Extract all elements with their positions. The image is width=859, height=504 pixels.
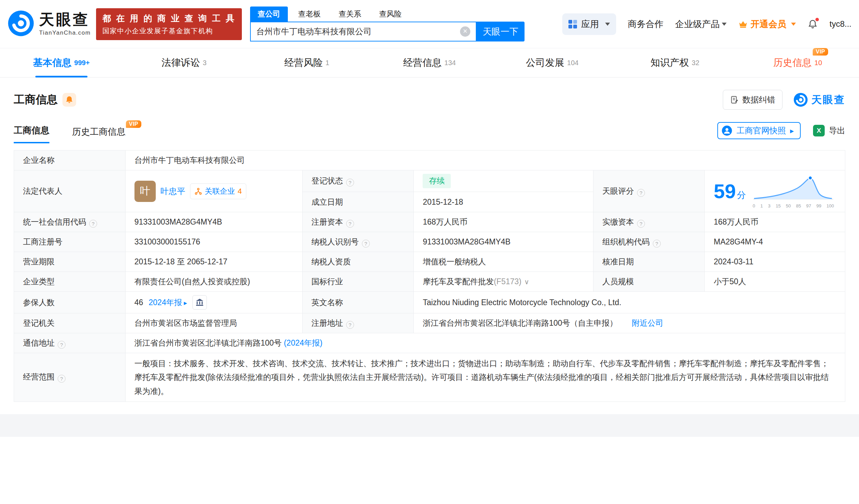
legal-rep-label: 法定代表人 [14, 170, 126, 212]
reg-status-label: 登记状态 [302, 170, 414, 192]
crown-icon [738, 19, 748, 29]
data-correction-button[interactable]: 数据纠错 [723, 90, 782, 110]
help-icon[interactable] [653, 240, 661, 248]
user-account[interactable]: tyc8... [829, 19, 851, 29]
approval-date-label: 核准日期 [593, 252, 705, 272]
row-legal-rep: 法定代表人 叶 叶忠平 关联企业 4 登记状态 存续 天眼评分 [14, 170, 845, 192]
apps-menu-button[interactable]: 应用 [562, 13, 616, 35]
person-circle-icon [721, 125, 732, 136]
business-scope-label: 经营范围 [14, 353, 126, 402]
row-business-term: 营业期限 2015-12-18 至 2065-12-17 纳税人资质 增值税一般… [14, 252, 845, 272]
tab-business-info[interactable]: 经营信息 134 [368, 48, 491, 77]
tab-legal-litigation[interactable]: 法律诉讼 3 [123, 48, 246, 77]
tab-company-development-count: 104 [567, 59, 578, 67]
tab-company-development-label: 公司发展 [526, 56, 564, 69]
search-tabs: 查公司 查老板 查关系 查风险 [250, 7, 525, 22]
reg-number-value: 331003000155176 [125, 232, 302, 252]
clear-search-icon[interactable] [460, 26, 470, 37]
status-badge: 存续 [423, 174, 451, 188]
mail-address-value: 浙江省台州市黄岩区北洋镇北洋南路100号 (2024年报) [125, 333, 845, 353]
legal-rep-link[interactable]: 叶忠平 [161, 186, 185, 197]
legal-rep-cell: 叶 叶忠平 关联企业 4 [125, 170, 302, 212]
help-icon[interactable] [346, 179, 354, 187]
help-icon[interactable] [637, 189, 645, 197]
search-tab-relation[interactable]: 查关系 [331, 7, 369, 22]
company-name-value: 台州市牛丁电动车科技有限公司 [125, 151, 845, 170]
tab-basic-info[interactable]: 基本信息 999+ [0, 48, 123, 77]
reg-status-value: 存续 [414, 170, 593, 192]
tab-basic-info-label: 基本信息 [33, 56, 71, 69]
tab-history-info[interactable]: 历史信息 10 VIP [736, 48, 859, 77]
chevron-down-icon [791, 23, 796, 26]
search-tab-company[interactable]: 查公司 [250, 7, 288, 22]
related-companies-button[interactable]: 关联企业 4 [190, 183, 246, 199]
search-tab-risk[interactable]: 查风险 [372, 7, 409, 22]
taxpayer-quality-label: 纳税人资质 [302, 252, 414, 272]
legal-rep-avatar[interactable]: 叶 [134, 181, 156, 202]
nearby-companies-link[interactable]: 附近公司 [632, 319, 663, 327]
tianyancha-watermark-icon [793, 93, 808, 107]
network-icon [195, 188, 202, 195]
nav-business-cooperation[interactable]: 商务合作 [628, 18, 663, 30]
help-icon[interactable] [58, 375, 66, 383]
help-icon[interactable] [637, 220, 645, 228]
reg-capital-value: 168万人民币 [414, 212, 593, 232]
search-input[interactable] [256, 27, 460, 36]
export-label: 导出 [829, 125, 845, 136]
row-insured: 参保人数 46 2024年报 英文名称 Taizhou Niuding Elec… [14, 292, 845, 313]
tab-intellectual-property-count: 32 [692, 59, 699, 67]
help-icon[interactable] [89, 220, 97, 228]
section-header: 工商信息 数据纠错 天眼查 [14, 90, 845, 110]
export-button[interactable]: 导出 [813, 125, 845, 136]
help-icon[interactable] [346, 321, 354, 329]
business-term-label: 营业期限 [14, 252, 126, 272]
mail-annual-report-link[interactable]: (2024年报) [284, 338, 322, 347]
tab-operational-risk[interactable]: 经营风险 1 [245, 48, 368, 77]
promo-line1: 都 在 用 的 商 业 查 询 工 具 [102, 13, 236, 24]
search-row: 天眼一下 [250, 22, 525, 41]
tab-intellectual-property[interactable]: 知识产权 32 [614, 48, 737, 77]
annual-report-link[interactable]: 2024年报 [149, 297, 187, 308]
taxpayer-quality-value: 增值税一般纳税人 [414, 252, 593, 272]
nav-open-vip[interactable]: 开通会员 [738, 18, 796, 30]
paid-capital-value: 168万人民币 [705, 212, 845, 232]
notification-bell-icon[interactable] [808, 19, 818, 29]
paid-capital-label: 实缴资本 [593, 212, 705, 232]
help-icon[interactable] [58, 341, 66, 349]
score-cell: 59分 0131550859799100 [705, 170, 845, 212]
search-tab-boss[interactable]: 查老板 [291, 7, 328, 22]
search-button[interactable]: 天眼一下 [476, 22, 525, 41]
apps-grid-icon [568, 20, 577, 28]
taxpayer-id-label: 纳税人识别号 [302, 232, 414, 252]
official-snapshot-button[interactable]: 工商官网快照 [717, 122, 801, 139]
company-tab-bar: 基本信息 999+ 法律诉讼 3 经营风险 1 经营信息 134 公司发展 10… [0, 48, 859, 77]
help-icon[interactable] [346, 220, 354, 228]
approval-date-value: 2024-03-11 [705, 252, 845, 272]
chevron-down-icon [605, 23, 610, 26]
row-business-scope: 经营范围 一般项目：技术服务、技术开发、技术咨询、技术交流、技术转让、技术推广；… [14, 353, 845, 402]
reg-number-label: 工商注册号 [14, 232, 126, 252]
help-icon[interactable] [362, 240, 370, 248]
tianyancha-watermark-label: 天眼查 [811, 93, 845, 107]
reg-address-label: 注册地址 [302, 313, 414, 333]
staff-size-value: 小于50人 [705, 272, 845, 292]
subtab-history-registration[interactable]: 历史工商信息 VIP [72, 126, 126, 143]
subtab-row: 工商信息 历史工商信息 VIP 工商官网快照 导出 [14, 122, 845, 143]
credit-code-label: 统一社会信用代码 [14, 212, 126, 232]
tab-company-development[interactable]: 公司发展 104 [491, 48, 614, 77]
social-security-icon-button[interactable] [192, 295, 207, 310]
row-mail-address: 通信地址 浙江省台州市黄岩区北洋镇北洋南路100号 (2024年报) [14, 333, 845, 353]
industry-label: 国标行业 [302, 272, 414, 292]
related-companies-label: 关联企业 [205, 186, 235, 196]
subtab-actions: 工商官网快照 导出 [717, 122, 845, 143]
row-reg-authority: 登记机关 台州市黄岩区市场监督管理局 注册地址 浙江省台州市黄岩区北洋镇北洋南路… [14, 313, 845, 333]
row-company-type: 企业类型 有限责任公司(自然人投资或控股) 国标行业 摩托车及零配件批发(F51… [14, 272, 845, 292]
credit-code-value: 91331003MA28G4MY4B [125, 212, 302, 232]
tianyancha-logo[interactable]: 天眼查 TianYanCha.com [8, 10, 91, 38]
subscribe-bell-icon[interactable] [62, 93, 76, 107]
nav-enterprise-products[interactable]: 企业级产品 [675, 18, 727, 30]
company-type-label: 企业类型 [14, 272, 126, 292]
chevron-down-icon[interactable] [524, 277, 529, 286]
establish-date-value: 2015-12-18 [414, 192, 593, 212]
subtab-business-registration[interactable]: 工商信息 [14, 124, 49, 143]
